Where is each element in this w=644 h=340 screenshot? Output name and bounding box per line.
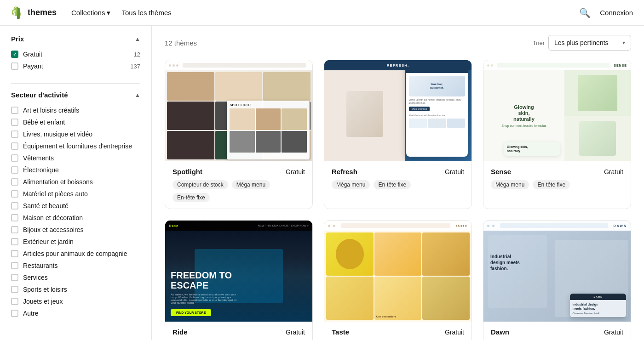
sector-materiel-label: Matériel et pièces auto [23, 190, 88, 198]
shopify-logo-icon [11, 6, 24, 19]
sector-autre-item[interactable]: Autre [11, 307, 140, 319]
sector-elec-label: Électronique [23, 166, 59, 174]
price-filter-section: Prix ▲ Gratuit 12 Payant 137 [11, 35, 140, 72]
sector-livres-item[interactable]: Livres, musique et vidéo [11, 128, 140, 140]
sector-resto-checkbox[interactable] [11, 262, 18, 269]
sector-art-checkbox[interactable] [11, 107, 18, 114]
sector-bebe-checkbox[interactable] [11, 119, 18, 126]
sector-resto-item[interactable]: Restaurants [11, 260, 140, 272]
taste-name: Taste [332, 328, 349, 336]
sector-animaux-checkbox[interactable] [11, 250, 18, 257]
sector-ext-label: Extérieur et jardin [23, 238, 74, 245]
sector-ext-checkbox[interactable] [11, 238, 18, 245]
sector-bebe-item[interactable]: Bébé et enfant [11, 116, 140, 128]
theme-card-ride[interactable]: Ride NEW THIS KNIX LANDS - SHOP NOW > FR… [165, 220, 313, 340]
sidebar-divider [11, 83, 140, 84]
sector-filter-header[interactable]: Secteur d'activité ▲ [11, 91, 140, 99]
refresh-price: Gratuit [445, 168, 464, 176]
theme-card-dawn[interactable]: DAWN DAWN In [483, 220, 631, 340]
theme-card-sense[interactable]: SENSE Glowingskin,naturally Shop our mos… [483, 60, 631, 209]
dawn-price: Gratuit [604, 329, 623, 336]
theme-card-refresh[interactable]: REFRESH. REFRESH. [324, 60, 472, 209]
sector-livres-label: Livres, musique et vidéo [23, 130, 92, 138]
sector-maison-item[interactable]: Maison et décoration [11, 212, 140, 224]
sector-elec-item[interactable]: Électronique [11, 164, 140, 176]
main-nav: Collections ▾ Tous les thèmes [71, 9, 172, 17]
spotlight-info: Spotlight Gratuit Compteur de stock Méga… [165, 161, 312, 209]
sector-sports-label: Sports et loisirs [23, 286, 67, 293]
sort-value: Les plus pertinents [554, 39, 609, 46]
price-payant-item[interactable]: Payant 137 [11, 60, 140, 72]
sector-art-label: Art et loisirs créatifs [23, 107, 79, 114]
gratuit-count: 12 [134, 51, 140, 58]
themes-count: 12 thèmes [165, 39, 197, 47]
main-header: 12 thèmes Trier Les plus pertinents ▾ [165, 35, 631, 51]
connexion-button[interactable]: Connexion [600, 9, 633, 17]
gratuit-checkbox[interactable] [11, 51, 18, 58]
price-filter-title: Prix [11, 35, 24, 43]
sort-chevron-icon: ▾ [622, 40, 625, 46]
nav-tous-themes-label: Tous les thèmes [121, 9, 171, 17]
sector-sports-checkbox[interactable] [11, 286, 18, 293]
sort-label: Trier [533, 40, 545, 46]
sector-alim-checkbox[interactable] [11, 178, 18, 186]
sector-jouets-item[interactable]: Jouets et jeux [11, 295, 140, 307]
sector-jouets-checkbox[interactable] [11, 298, 18, 305]
sector-art-item[interactable]: Art et loisirs créatifs [11, 104, 140, 116]
sector-maison-label: Maison et décoration [23, 214, 83, 221]
nav-tous-themes[interactable]: Tous les thèmes [121, 9, 171, 17]
sector-equip-item[interactable]: Équipement et fournitures d'entreprise [11, 140, 140, 152]
sector-sante-checkbox[interactable] [11, 202, 18, 210]
header: themes Collections ▾ Tous les thèmes 🔍 C… [0, 0, 644, 26]
search-icon[interactable]: 🔍 [579, 7, 591, 18]
price-gratuit-item[interactable]: Gratuit 12 [11, 48, 140, 60]
theme-card-spotlight[interactable]: SPOT LIGHT [165, 60, 313, 209]
price-filter-header[interactable]: Prix ▲ [11, 35, 140, 43]
payant-checkbox[interactable] [11, 62, 18, 70]
sector-materiel-item[interactable]: Matériel et pièces auto [11, 188, 140, 200]
theme-card-taste[interactable]: taste [324, 220, 472, 340]
tag-mega-menu-3: Méga menu [491, 180, 529, 189]
sector-animaux-label: Articles pour animaux de compagnie [23, 250, 127, 257]
sector-alim-label: Alimentation et boissons [23, 178, 93, 186]
refresh-tags: Méga menu En-tête fixe [332, 180, 464, 189]
sector-livres-checkbox[interactable] [11, 130, 18, 138]
sector-bijoux-item[interactable]: Bijoux et accessoires [11, 224, 140, 236]
tag-entete-fixe-3: En-tête fixe [533, 180, 570, 189]
sector-services-checkbox[interactable] [11, 274, 18, 281]
sector-ext-item[interactable]: Extérieur et jardin [11, 236, 140, 248]
sector-alim-item[interactable]: Alimentation et boissons [11, 176, 140, 188]
sector-vetements-checkbox[interactable] [11, 154, 18, 162]
dawn-name: Dawn [491, 328, 509, 336]
nav-collections[interactable]: Collections ▾ [71, 9, 110, 17]
sector-vetements-label: Vêtements [23, 154, 54, 162]
sector-animaux-item[interactable]: Articles pour animaux de compagnie [11, 248, 140, 260]
refresh-info: Refresh Gratuit Méga menu En-tête fixe [324, 161, 472, 196]
refresh-name: Refresh [332, 168, 357, 176]
tag-compteur: Compteur de stock [172, 180, 228, 189]
ride-price: Gratuit [286, 329, 305, 336]
sector-sports-item[interactable]: Sports et loisirs [11, 283, 140, 295]
sector-materiel-checkbox[interactable] [11, 190, 18, 198]
sector-elec-checkbox[interactable] [11, 166, 18, 174]
taste-price: Gratuit [445, 329, 464, 336]
logo[interactable]: themes [11, 6, 57, 19]
tag-entete-fixe-1: En-tête fixe [172, 193, 210, 202]
sector-maison-checkbox[interactable] [11, 214, 18, 221]
sector-autre-label: Autre [23, 310, 38, 317]
sense-price: Gratuit [604, 168, 623, 176]
sector-autre-checkbox[interactable] [11, 310, 18, 317]
sector-filter-section: Secteur d'activité ▲ Art et loisirs créa… [11, 91, 140, 319]
sector-sante-item[interactable]: Santé et beauté [11, 200, 140, 212]
sector-equip-checkbox[interactable] [11, 142, 18, 150]
logo-text: themes [28, 8, 57, 17]
sector-services-item[interactable]: Services [11, 272, 140, 283]
page-layout: Prix ▲ Gratuit 12 Payant 137 [0, 26, 644, 340]
sector-vetements-item[interactable]: Vêtements [11, 152, 140, 164]
sector-equip-label: Équipement et fournitures d'entreprise [23, 142, 132, 150]
sector-bijoux-checkbox[interactable] [11, 226, 18, 233]
sector-jouets-label: Jouets et jeux [23, 298, 63, 305]
sidebar: Prix ▲ Gratuit 12 Payant 137 [0, 26, 152, 340]
payant-label: Payant [23, 62, 43, 70]
sort-select[interactable]: Les plus pertinents ▾ [548, 35, 631, 51]
